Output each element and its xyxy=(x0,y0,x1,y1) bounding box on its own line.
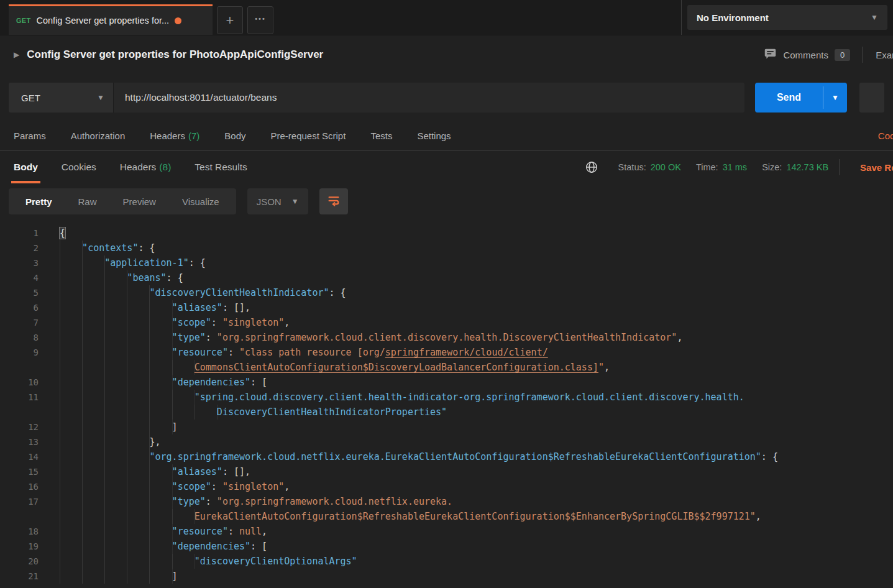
status-label: Status: xyxy=(618,162,646,172)
wrap-lines-button[interactable] xyxy=(319,188,348,214)
tab-settings[interactable]: Settings xyxy=(417,131,451,141)
line-number: 14 xyxy=(0,449,39,464)
response-tab-cookies[interactable]: Cookies xyxy=(62,151,96,183)
line-number: 7 xyxy=(0,315,39,330)
ellipsis-icon: ••• xyxy=(255,15,266,22)
response-tab-test-results[interactable]: Test Results xyxy=(195,151,247,183)
divider xyxy=(840,159,840,175)
line-number: 6 xyxy=(0,300,39,315)
tab-params[interactable]: Params xyxy=(14,131,46,141)
view-visualize[interactable]: Visualize xyxy=(169,191,232,213)
method-selector[interactable]: GET ▼ xyxy=(9,83,113,113)
chevron-down-icon: ▼ xyxy=(97,93,104,102)
line-number: 12 xyxy=(0,420,39,434)
tab-headers[interactable]: Headers(7) xyxy=(150,131,199,141)
tab-method-badge: GET xyxy=(16,17,31,24)
send-label: Send xyxy=(755,83,823,113)
environment-selector[interactable]: No Environment ▼ xyxy=(687,5,887,30)
tab-authorization[interactable]: Authorization xyxy=(71,131,126,141)
line-number: 18 xyxy=(0,524,39,539)
request-tabs: Params Authorization Headers(7) Body Pre… xyxy=(0,121,893,151)
code-line: 8"type": "org.springframework.cloud.clie… xyxy=(0,330,893,345)
environment-area: No Environment ▼ xyxy=(681,0,893,35)
line-number: 4 xyxy=(0,270,39,285)
format-selector[interactable]: JSON ▼ xyxy=(247,188,308,214)
response-meta: Status:200 OK Time:31 ms Size:142.73 KB … xyxy=(585,159,893,175)
code-line: 2"contexts": { xyxy=(0,241,893,255)
response-tabs: Body Cookies Headers(8) Test Results Sta… xyxy=(0,151,893,183)
tab-tests[interactable]: Tests xyxy=(370,131,392,141)
code-line: CommonsClientAutoConfiguration$Discovery… xyxy=(0,360,893,375)
wrap-lines-icon xyxy=(327,193,341,209)
code-line: 4"beans": { xyxy=(0,270,893,285)
code-line: 11"spring.cloud.discovery.client.health-… xyxy=(0,390,893,405)
line-number: 20 xyxy=(0,554,39,569)
line-number: 2 xyxy=(0,241,39,255)
line-number: 5 xyxy=(0,285,39,300)
collapse-arrow-icon[interactable]: ▶ xyxy=(14,50,19,59)
line-number: 8 xyxy=(0,330,39,345)
code-line: 13}, xyxy=(0,434,893,449)
tab-pre-request-script[interactable]: Pre-request Script xyxy=(271,131,346,141)
response-tab-body[interactable]: Body xyxy=(14,151,38,183)
code-line: 1{ xyxy=(0,226,893,241)
line-number xyxy=(0,360,39,375)
comments-count-badge: 0 xyxy=(835,49,850,61)
code-line: EurekaClientAutoConfiguration$Refreshabl… xyxy=(0,509,893,524)
comments-button[interactable]: Comments 0 xyxy=(764,47,850,63)
code-line: 5"discoveryClientHealthIndicator": { xyxy=(0,285,893,300)
size-value: 142.73 KB xyxy=(786,162,828,172)
format-selected-value: JSON xyxy=(257,196,282,207)
examples-button[interactable]: Examples xyxy=(876,50,893,60)
response-body-code: 1{2"contexts": {3"application-1": {4"bea… xyxy=(0,219,893,584)
divider xyxy=(863,47,863,63)
time-pair: Time:31 ms xyxy=(696,162,747,172)
environment-selected-value: No Environment xyxy=(697,12,769,23)
comment-icon xyxy=(764,47,777,63)
code-lines: 1{2"contexts": {3"application-1": {4"bea… xyxy=(0,226,893,584)
header-actions: Comments 0 Examples xyxy=(764,47,893,63)
code-line: 17"type": "org.springframework.cloud.net… xyxy=(0,494,893,509)
time-value: 31 ms xyxy=(723,162,748,172)
size-pair: Size:142.73 KB xyxy=(762,162,828,172)
method-selected-value: GET xyxy=(21,93,40,103)
view-raw[interactable]: Raw xyxy=(65,191,110,213)
line-number: 13 xyxy=(0,434,39,449)
code-line: 14"org.springframework.cloud.netflix.eur… xyxy=(0,449,893,464)
tab-title: Config Server get properties for... xyxy=(37,16,170,25)
new-tab-button[interactable]: + xyxy=(217,6,243,34)
code-line: 10"dependencies": [ xyxy=(0,375,893,390)
headers-count: (7) xyxy=(188,131,199,141)
view-preview[interactable]: Preview xyxy=(110,191,169,213)
network-globe-icon[interactable] xyxy=(585,160,598,174)
line-number: 10 xyxy=(0,375,39,390)
request-header: ▶ Config Server get properties for Photo… xyxy=(0,35,893,74)
size-label: Size: xyxy=(762,162,782,172)
response-tab-headers[interactable]: Headers(8) xyxy=(120,151,172,183)
chevron-down-icon: ▼ xyxy=(831,93,839,102)
tab-options-button[interactable]: ••• xyxy=(247,6,273,34)
line-number: 1 xyxy=(0,226,39,241)
code-line: DiscoveryClientHealthIndicatorProperties… xyxy=(0,405,893,420)
request-tab[interactable]: GET Config Server get properties for... xyxy=(9,4,213,35)
code-line: 3"application-1": { xyxy=(0,255,893,270)
save-request-button[interactable] xyxy=(859,83,884,113)
response-headers-count: (8) xyxy=(159,162,171,173)
send-options-arrow[interactable]: ▼ xyxy=(823,83,847,113)
cookies-link[interactable]: Cookies xyxy=(878,131,893,141)
url-input[interactable] xyxy=(113,83,744,113)
tab-body[interactable]: Body xyxy=(224,131,245,141)
plus-icon: + xyxy=(226,12,234,29)
line-number: 16 xyxy=(0,479,39,494)
tab-bar: GET Config Server get properties for... … xyxy=(0,0,893,35)
code-line: 12] xyxy=(0,420,893,434)
line-number xyxy=(0,405,39,420)
save-response-button[interactable]: Save Response xyxy=(860,162,893,173)
send-button[interactable]: Send ▼ xyxy=(755,83,847,113)
response-view-toolbar: Pretty Raw Preview Visualize JSON ▼ xyxy=(0,183,893,219)
view-pretty[interactable]: Pretty xyxy=(12,191,65,213)
line-number: 21 xyxy=(0,569,39,584)
unsaved-changes-dot xyxy=(175,17,181,24)
page-title: Config Server get properties for PhotoAp… xyxy=(27,48,323,61)
line-number: 19 xyxy=(0,539,39,554)
